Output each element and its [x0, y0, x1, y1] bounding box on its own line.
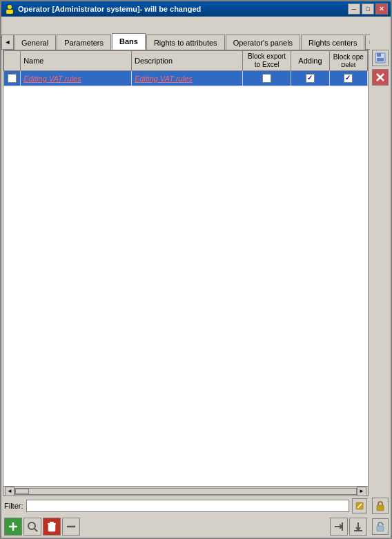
- maximize-button[interactable]: □: [362, 3, 374, 14]
- export-button[interactable]: [330, 518, 348, 536]
- svg-rect-18: [377, 58, 384, 61]
- row-adding-cell[interactable]: ✓: [291, 71, 329, 86]
- main-window: Operator [Administrator systemu]- will b…: [0, 0, 392, 539]
- tab-nav-left[interactable]: ◄: [1, 35, 14, 50]
- svg-rect-22: [377, 526, 384, 531]
- tab-bar: ◄ General Parameters Bans Rights to attr…: [1, 17, 370, 50]
- svg-rect-17: [377, 53, 381, 57]
- close-button[interactable]: ✕: [375, 3, 388, 14]
- delete-checkbox[interactable]: ✓: [344, 74, 353, 83]
- svg-rect-9: [48, 523, 56, 525]
- tab-bans[interactable]: Bans: [112, 33, 146, 50]
- tab-rights-to-attributes[interactable]: Rights to attributes: [146, 35, 225, 50]
- col-header-block-export: Block exportto Excel: [242, 51, 291, 71]
- tab-general[interactable]: General: [14, 35, 56, 50]
- save-button[interactable]: [372, 50, 389, 66]
- row-check-cell[interactable]: [4, 71, 21, 86]
- arrow-right-icon: [333, 520, 345, 533]
- bottom-toolbar: [1, 516, 370, 538]
- block-export-checkbox[interactable]: [262, 74, 271, 83]
- toolbar-left: [4, 518, 80, 536]
- cancel-icon: [375, 72, 385, 82]
- filter-row: Filter:: [1, 496, 370, 516]
- col-header-delete: Block opeDelet: [329, 51, 367, 71]
- row-checkbox[interactable]: [8, 74, 17, 83]
- arrow-down-icon: [352, 520, 364, 533]
- table-wrapper[interactable]: Name Description Block exportto Excel Ad…: [3, 50, 368, 486]
- svg-point-0: [8, 5, 12, 9]
- scroll-thumb[interactable]: [15, 489, 29, 494]
- tab-rights-centers[interactable]: Rights centers: [301, 35, 364, 50]
- lock-button[interactable]: [372, 498, 389, 514]
- tab-nav-right[interactable]: ►: [365, 35, 370, 50]
- row-delete-cell[interactable]: ✓: [329, 71, 367, 86]
- row-description-cell: Editing VAT rules: [132, 71, 243, 86]
- unlock-icon: [375, 521, 385, 532]
- delete-button[interactable]: [43, 518, 61, 536]
- delete-icon: [46, 520, 58, 533]
- pencil-icon: [355, 501, 364, 511]
- scroll-track[interactable]: [14, 488, 357, 495]
- search-button[interactable]: [23, 518, 41, 536]
- filter-input[interactable]: [26, 500, 350, 512]
- scroll-left-btn[interactable]: ◄: [5, 487, 14, 496]
- tab-operators-panels[interactable]: Operator's panels: [226, 35, 300, 50]
- minus-button[interactable]: [62, 518, 80, 536]
- right-sidebar: [370, 17, 391, 538]
- svg-rect-21: [377, 505, 384, 511]
- col-header-description: Description: [132, 51, 243, 71]
- svg-rect-1: [6, 10, 13, 14]
- svg-rect-8: [48, 525, 55, 531]
- lock-icon: [375, 500, 385, 511]
- window-title: Operator [Administrator systemu]- will b…: [18, 5, 201, 13]
- row-name-cell: Editing VAT rules: [21, 71, 132, 86]
- row-block-export-cell[interactable]: [242, 71, 291, 86]
- add-button[interactable]: [4, 518, 22, 536]
- table-row[interactable]: Editing VAT rules Editing VAT rules: [4, 71, 368, 86]
- col-header-name: Name: [21, 51, 132, 71]
- minus-icon: [65, 520, 77, 533]
- svg-point-6: [28, 522, 35, 529]
- adding-checkbox[interactable]: ✓: [306, 74, 315, 83]
- col-header-adding: Adding: [291, 51, 329, 71]
- add-icon: [7, 520, 19, 533]
- filter-label: Filter:: [4, 502, 23, 510]
- bans-table-container: Name Description Block exportto Excel Ad…: [3, 50, 369, 496]
- scroll-right-btn[interactable]: ►: [357, 487, 366, 496]
- svg-rect-10: [50, 522, 54, 523]
- search-icon: [26, 520, 39, 533]
- toolbar-right: [330, 518, 367, 536]
- save-icon: [374, 52, 386, 64]
- filter-edit-button[interactable]: [352, 498, 367, 513]
- import-button[interactable]: [349, 518, 367, 536]
- bans-table: Name Description Block exportto Excel Ad…: [3, 50, 368, 86]
- window-icon: [4, 3, 15, 14]
- col-header-check: [4, 51, 21, 71]
- tab-parameters[interactable]: Parameters: [57, 35, 111, 50]
- unlock-button[interactable]: [372, 518, 389, 535]
- minimize-button[interactable]: ─: [348, 3, 360, 14]
- cancel-button[interactable]: [372, 69, 389, 86]
- svg-line-7: [35, 529, 37, 531]
- window-controls: ─ □ ✕: [348, 3, 388, 14]
- title-bar: Operator [Administrator systemu]- will b…: [1, 1, 391, 17]
- horizontal-scrollbar[interactable]: ◄ ►: [3, 486, 368, 496]
